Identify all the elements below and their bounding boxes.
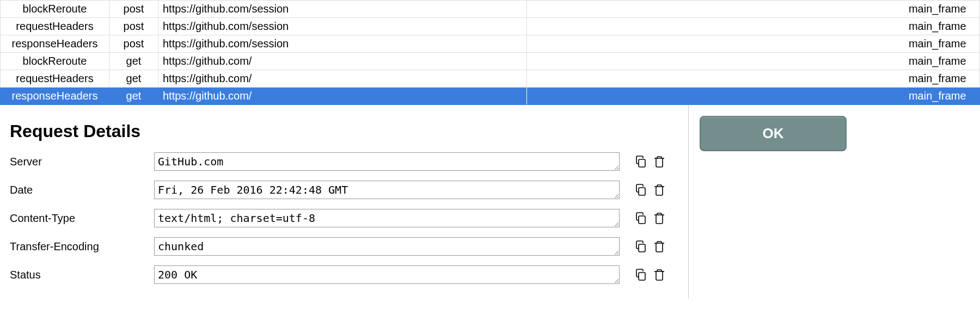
- cell-url: https://github.com/session: [158, 1, 527, 18]
- detail-field-input[interactable]: chunked: [154, 237, 620, 256]
- cell-spacer: [527, 88, 896, 105]
- cell-method: get: [109, 88, 158, 105]
- cell-event: responseHeaders: [1, 35, 109, 53]
- cell-method: post: [109, 1, 158, 18]
- detail-field-input[interactable]: Fri, 26 Feb 2016 22:42:48 GMT: [154, 181, 620, 199]
- svg-rect-2: [639, 216, 645, 224]
- detail-field: Transfer-Encodingchunked: [10, 237, 678, 256]
- detail-field-label: Server: [10, 156, 154, 168]
- cell-method: get: [109, 53, 158, 70]
- request-row[interactable]: responseHeadersgethttps://github.com/mai…: [1, 88, 980, 105]
- cell-event: blockReroute: [1, 53, 109, 70]
- ok-button[interactable]: OK: [700, 116, 847, 151]
- cell-method: get: [109, 70, 158, 88]
- cell-frame: main_frame: [896, 35, 980, 53]
- detail-field-label: Status: [10, 269, 154, 281]
- cell-method: post: [109, 35, 158, 53]
- cell-frame: main_frame: [896, 88, 980, 105]
- cell-frame: main_frame: [896, 53, 980, 70]
- trash-icon[interactable]: [652, 211, 667, 226]
- detail-field: DateFri, 26 Feb 2016 22:42:48 GMT: [10, 181, 678, 199]
- cell-frame: main_frame: [896, 1, 980, 18]
- cell-frame: main_frame: [896, 70, 980, 88]
- trash-icon[interactable]: [652, 154, 667, 169]
- copy-icon[interactable]: [633, 211, 648, 226]
- request-row[interactable]: requestHeadersposthttps://github.com/ses…: [1, 18, 980, 35]
- request-row[interactable]: blockRerouteposthttps://github.com/sessi…: [1, 1, 980, 18]
- svg-rect-4: [639, 273, 645, 280]
- cell-spacer: [527, 53, 896, 70]
- detail-field-input[interactable]: text/html; charset=utf-8: [154, 209, 620, 227]
- cell-spacer: [527, 35, 896, 53]
- detail-field: Status200 OK: [10, 265, 678, 284]
- cell-method: post: [109, 18, 158, 35]
- copy-icon[interactable]: [633, 239, 648, 254]
- trash-icon[interactable]: [652, 267, 667, 282]
- cell-frame: main_frame: [896, 18, 980, 35]
- copy-icon[interactable]: [633, 154, 648, 169]
- cell-url: https://github.com/session: [158, 18, 527, 35]
- copy-icon[interactable]: [633, 182, 648, 197]
- cell-event: requestHeaders: [1, 70, 109, 88]
- detail-field: ServerGitHub.com: [10, 152, 678, 171]
- request-row[interactable]: responseHeadersposthttps://github.com/se…: [1, 35, 980, 53]
- request-row[interactable]: requestHeadersgethttps://github.com/main…: [1, 70, 980, 88]
- detail-field-input[interactable]: GitHub.com: [154, 152, 620, 171]
- request-details-panel: Request Details ServerGitHub.com DateFri…: [0, 105, 689, 299]
- detail-field: Content-Typetext/html; charset=utf-8: [10, 209, 678, 227]
- cell-spacer: [527, 18, 896, 35]
- cell-url: https://github.com/: [158, 88, 527, 105]
- cell-url: https://github.com/: [158, 53, 527, 70]
- svg-rect-1: [639, 188, 645, 195]
- detail-field-label: Transfer-Encoding: [10, 240, 154, 253]
- cell-spacer: [527, 1, 896, 18]
- cell-url: https://github.com/: [158, 70, 527, 88]
- request-details-title: Request Details: [10, 121, 678, 141]
- detail-field-label: Date: [10, 184, 154, 196]
- request-table: blockRerouteposthttps://github.com/sessi…: [0, 0, 980, 105]
- svg-rect-3: [639, 244, 645, 252]
- svg-rect-0: [639, 159, 645, 167]
- trash-icon[interactable]: [652, 239, 667, 254]
- detail-field-input[interactable]: 200 OK: [154, 265, 620, 284]
- trash-icon[interactable]: [652, 182, 667, 197]
- request-row[interactable]: blockReroutegethttps://github.com/main_f…: [1, 53, 980, 70]
- cell-url: https://github.com/session: [158, 35, 527, 53]
- cell-spacer: [527, 70, 896, 88]
- cell-event: blockReroute: [1, 1, 109, 18]
- detail-field-label: Content-Type: [10, 212, 154, 225]
- cell-event: responseHeaders: [1, 88, 109, 105]
- copy-icon[interactable]: [633, 267, 648, 282]
- cell-event: requestHeaders: [1, 18, 109, 35]
